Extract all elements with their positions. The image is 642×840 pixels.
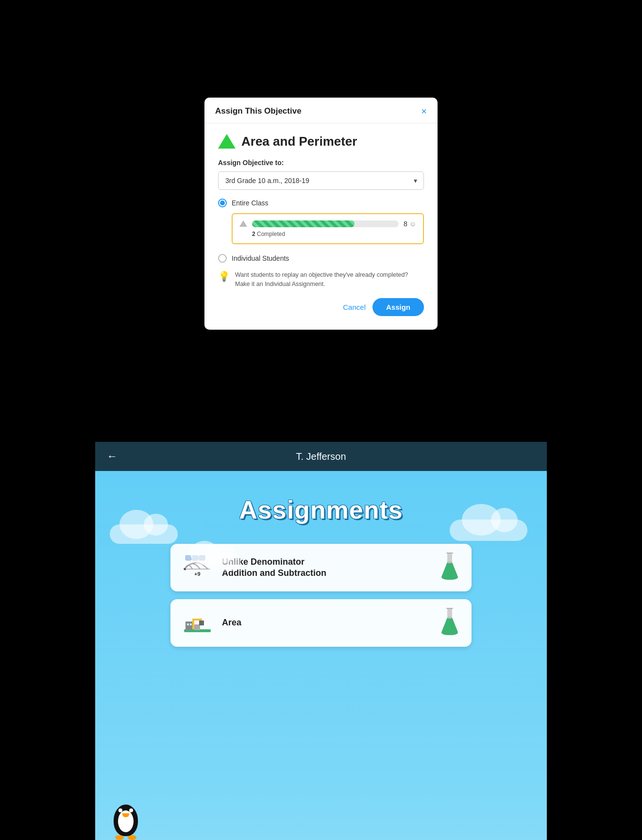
class-dropdown[interactable]: 3rd Grade 10 a.m., 2018-19 xyxy=(218,171,424,190)
progress-row: 8 ☺ xyxy=(239,220,416,228)
svg-point-8 xyxy=(447,561,452,563)
class-dropdown-wrapper: 3rd Grade 10 a.m., 2018-19 ▾ xyxy=(218,171,424,190)
objective-title: Area and Perimeter xyxy=(241,134,357,149)
radio-group: Entire Class 8 ☺ 2 xyxy=(218,199,424,263)
svg-rect-15 xyxy=(187,623,189,625)
modal-title: Assign This Objective xyxy=(215,106,302,116)
game-screen: ← T. Jefferson Assignments xyxy=(95,442,547,840)
svg-rect-18 xyxy=(447,609,452,618)
modal-close-button[interactable]: × xyxy=(421,106,427,116)
penguin-character xyxy=(114,805,138,840)
game-header-title: T. Jefferson xyxy=(296,451,346,462)
cancel-button[interactable]: Cancel xyxy=(343,303,366,311)
area-thumbnail xyxy=(180,608,214,638)
assign-button[interactable]: Assign xyxy=(372,298,424,316)
penguin-eye-right xyxy=(129,808,133,812)
back-button[interactable]: ← xyxy=(107,450,118,463)
progress-bar-fill xyxy=(252,220,355,227)
modal-header: Assign This Objective × xyxy=(204,98,438,123)
svg-text:+9: +9 xyxy=(194,571,201,577)
svg-rect-11 xyxy=(194,624,200,630)
assignment-flask-icon xyxy=(438,608,462,638)
assignment-flask-icon xyxy=(438,553,462,583)
game-content: Assignments xyxy=(95,471,547,840)
completed-count: 2 xyxy=(252,231,255,237)
progress-number: 8 xyxy=(404,220,407,228)
svg-rect-17 xyxy=(446,608,453,609)
assignment-name: Area xyxy=(222,617,241,628)
penguin-foot-right xyxy=(128,835,136,840)
objective-heading: Area and Perimeter xyxy=(218,134,424,149)
svg-rect-14 xyxy=(199,621,204,625)
assignment-card[interactable]: Area xyxy=(170,599,472,647)
entire-class-option[interactable]: Entire Class xyxy=(218,199,424,207)
entire-class-label: Entire Class xyxy=(232,199,268,207)
penguin-body xyxy=(114,805,138,836)
svg-rect-13 xyxy=(192,619,202,621)
progress-count: 8 ☺ xyxy=(404,220,416,228)
construction-icon xyxy=(182,610,213,637)
hint-text: Want students to replay an objective the… xyxy=(235,270,424,289)
cloud-decoration xyxy=(450,520,527,541)
modal-dialog: Assign This Objective × Area and Perimet… xyxy=(204,98,438,330)
penguin-eye-left xyxy=(118,808,122,812)
svg-rect-7 xyxy=(447,554,452,562)
individual-students-label: Individual Students xyxy=(232,254,289,262)
completed-text: Completed xyxy=(257,231,285,237)
svg-rect-6 xyxy=(446,553,453,554)
entire-class-radio[interactable] xyxy=(218,199,227,207)
lightbulb-icon: 💡 xyxy=(218,270,230,282)
hint-box: 💡 Want students to replay an objective t… xyxy=(218,270,424,289)
svg-rect-10 xyxy=(186,622,192,630)
class-progress-box: 8 ☺ 2 Completed xyxy=(232,213,424,244)
individual-students-radio[interactable] xyxy=(218,254,227,263)
assignment-card-left: Area xyxy=(180,608,241,638)
game-header: ← T. Jefferson xyxy=(95,442,547,471)
individual-students-option[interactable]: Individual Students xyxy=(218,254,424,263)
modal-footer: Cancel Assign xyxy=(218,298,424,316)
svg-point-19 xyxy=(447,617,452,619)
cloud-decoration xyxy=(110,524,178,544)
completed-label: 2 Completed xyxy=(252,231,416,237)
objective-triangle-icon xyxy=(218,134,236,149)
progress-bar-container xyxy=(252,220,399,227)
smiley-icon: ☺ xyxy=(409,220,416,228)
svg-rect-16 xyxy=(190,623,192,625)
assign-objective-label: Assign Objective to: xyxy=(218,159,424,167)
modal-body: Area and Perimeter Assign Objective to: … xyxy=(204,123,438,330)
progress-triangle-icon xyxy=(239,220,247,227)
cloud-decoration xyxy=(183,554,241,571)
modal-backdrop: Assign This Objective × Area and Perimet… xyxy=(0,0,642,427)
